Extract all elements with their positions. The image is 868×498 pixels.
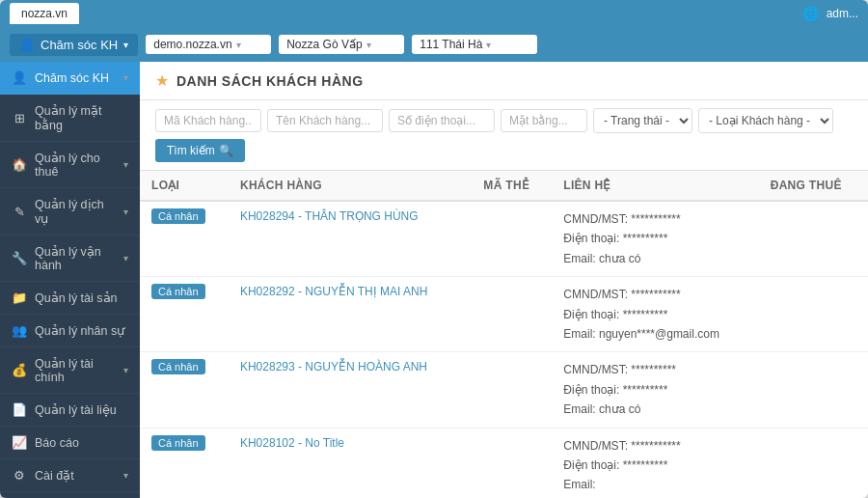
tai-san-icon: 📁 bbox=[12, 290, 27, 305]
cell-dang-thue bbox=[759, 352, 868, 428]
bao-cao-icon: 📈 bbox=[12, 435, 27, 450]
cell-ma-the bbox=[472, 277, 552, 352]
branch-arrow-icon: ▾ bbox=[366, 40, 371, 50]
sidebar-item-mat-bang[interactable]: ⊞ Quản lý mặt bằng bbox=[0, 95, 140, 142]
trang-thai-select[interactable]: - Trang thái - bbox=[593, 108, 692, 133]
customer-table: LOẠI KHÁCH HÀNG MÃ THẺ LIÊN HỆ ĐANG THUÊ… bbox=[140, 171, 868, 498]
star-icon: ★ bbox=[155, 71, 169, 90]
sidebar-arrow-icon: ▾ bbox=[123, 72, 128, 83]
tai-lieu-icon: 📄 bbox=[12, 402, 27, 417]
cell-dang-thue bbox=[759, 277, 868, 352]
dich-vu-icon: ✎ bbox=[12, 205, 27, 219]
cham-soc-icon: 👤 bbox=[12, 70, 27, 85]
cell-contact: CMND/MST: ********** Điện thoại: *******… bbox=[552, 352, 758, 428]
email-text: Email: chưa có bbox=[563, 249, 746, 268]
sidebar-item-tai-chinh[interactable]: 💰 Quản lý tài chính ▾ bbox=[0, 347, 140, 394]
sidebar-item-tai-lieu[interactable]: 📄 Quản lý tài liệu bbox=[0, 394, 140, 427]
sidebar-item-cai-dat[interactable]: ⚙ Cài đặt ▾ bbox=[0, 459, 140, 492]
sidebar: 👤 Chăm sóc KH ▾ ⊞ Quản lý mặt bằng 🏠 Quả… bbox=[0, 62, 140, 498]
cmnd-text: CMND/MST: ********** bbox=[563, 360, 746, 379]
col-lien-he: LIÊN HỆ bbox=[552, 171, 758, 201]
sdt-input[interactable] bbox=[389, 109, 495, 132]
location-arrow-icon: ▾ bbox=[486, 40, 491, 50]
ma-kh-input[interactable] bbox=[155, 109, 261, 132]
sidebar-item-tai-san[interactable]: 📁 Quản lý tài sản bbox=[0, 282, 140, 315]
table-row: Cá nhân KH028294 - THÂN TRỌNG HÙNG CMND/… bbox=[140, 201, 868, 277]
sidebar-item-he-thong[interactable]: ⚙ Hệ thống ▾ bbox=[0, 492, 140, 498]
cmnd-text: CMND/MST: *********** bbox=[563, 209, 746, 229]
van-hanh-icon: 🔧 bbox=[12, 251, 27, 265]
loai-kh-select[interactable]: - Loại Khách hàng - bbox=[698, 108, 833, 133]
van-hanh-arrow-icon: ▾ bbox=[123, 253, 128, 263]
mat-bang-input[interactable] bbox=[501, 109, 587, 132]
badge-ca-nhan: Cá nhân bbox=[151, 359, 205, 374]
sidebar-label-nhan-su: Quản lý nhân sự bbox=[35, 323, 128, 338]
search-button[interactable]: Tìm kiếm 🔍 bbox=[155, 139, 245, 162]
contact-info: CMND/MST: *********** Điện thoại: ******… bbox=[563, 209, 746, 268]
phone-text: Điện thoại: ********** bbox=[563, 305, 746, 324]
badge-ca-nhan: Cá nhân bbox=[151, 284, 205, 299]
table-row: Cá nhân KH028102 - No Title CMND/MST: **… bbox=[140, 428, 868, 498]
customer-link[interactable]: KH028293 - NGUYỄN HOÀNG ANH bbox=[240, 360, 427, 374]
customer-link[interactable]: KH028292 - NGUYỄN THỊ MAI ANH bbox=[240, 285, 428, 298]
sidebar-label-cham-soc-kh: Chăm sóc KH bbox=[35, 71, 116, 85]
col-khach-hang: KHÁCH HÀNG bbox=[229, 171, 472, 201]
active-module[interactable]: 👤 Chăm sóc KH ▾ bbox=[10, 34, 138, 56]
cell-name: KH028293 - NGUYỄN HOÀNG ANH bbox=[229, 352, 472, 428]
cell-contact: CMND/MST: *********** Điện thoại: ******… bbox=[552, 201, 758, 277]
badge-ca-nhan: Cá nhân bbox=[151, 435, 205, 451]
location-selector[interactable]: 111 Thái Hà ▾ bbox=[412, 35, 537, 54]
sidebar-label-cho-thue: Quản lý cho thuê bbox=[35, 151, 116, 179]
sidebar-item-van-hanh[interactable]: 🔧 Quản lý vận hành ▾ bbox=[0, 235, 140, 282]
tai-chinh-icon: 💰 bbox=[12, 363, 27, 377]
cell-name: KH028102 - No Title bbox=[229, 428, 472, 498]
table-row: Cá nhân KH028293 - NGUYỄN HOÀNG ANH CMND… bbox=[140, 352, 868, 428]
cho-thue-arrow-icon: ▾ bbox=[123, 159, 128, 170]
contact-info: CMND/MST: *********** Điện thoại: ******… bbox=[563, 436, 746, 495]
col-ma-the: MÃ THẺ bbox=[472, 171, 552, 201]
sidebar-label-van-hanh: Quản lý vận hành bbox=[35, 244, 116, 272]
cell-badge: Cá nhân bbox=[140, 201, 229, 277]
cmnd-text: CMND/MST: *********** bbox=[563, 436, 746, 456]
sidebar-item-dich-vu[interactable]: ✎ Quản lý dịch vụ ▾ bbox=[0, 188, 140, 235]
customer-link[interactable]: KH028102 - No Title bbox=[240, 436, 344, 450]
cai-dat-arrow-icon: ▾ bbox=[123, 470, 128, 481]
sidebar-item-cho-thue[interactable]: 🏠 Quản lý cho thuê ▾ bbox=[0, 142, 140, 188]
module-label: Chăm sóc KH bbox=[41, 38, 118, 52]
ten-kh-input[interactable] bbox=[267, 109, 383, 132]
sidebar-label-bao-cao: Báo cáo bbox=[35, 436, 128, 450]
location-label: 111 Thái Hà bbox=[420, 38, 482, 51]
cell-badge: Cá nhân bbox=[140, 428, 229, 498]
url-selector[interactable]: demo.nozza.vn ▾ bbox=[146, 35, 271, 54]
content-area: ★ DANH SÁCH KHÁCH HÀNG - Trang thái - - … bbox=[140, 62, 868, 498]
cell-contact: CMND/MST: *********** Điện thoại: ******… bbox=[552, 277, 758, 352]
browser-tab[interactable]: nozza.vn bbox=[10, 3, 79, 24]
contact-info: CMND/MST: *********** Điện thoại: ******… bbox=[563, 285, 746, 344]
cmnd-text: CMND/MST: *********** bbox=[563, 285, 746, 304]
search-icon: 🔍 bbox=[219, 144, 233, 157]
sidebar-label-cai-dat: Cài đặt bbox=[35, 468, 116, 483]
cell-name: KH028294 - THÂN TRỌNG HÙNG bbox=[229, 201, 472, 277]
headphone-icon: 👤 bbox=[19, 38, 35, 52]
email-text: Email: bbox=[563, 475, 746, 494]
mat-bang-icon: ⊞ bbox=[12, 111, 27, 125]
sidebar-label-dich-vu: Quản lý dịch vụ bbox=[35, 197, 116, 226]
cell-ma-the bbox=[472, 428, 552, 498]
main-layout: 👤 Chăm sóc KH ▾ ⊞ Quản lý mặt bằng 🏠 Quả… bbox=[0, 62, 868, 498]
cho-thue-icon: 🏠 bbox=[12, 157, 27, 172]
sidebar-item-bao-cao[interactable]: 📈 Báo cáo bbox=[0, 427, 140, 459]
url-label: demo.nozza.vn bbox=[153, 38, 231, 51]
col-dang-thue: ĐANG THUÊ bbox=[759, 171, 868, 201]
email-text: Email: chưa có bbox=[563, 400, 746, 419]
phone-text: Điện thoại: ********** bbox=[563, 456, 746, 475]
phone-text: Điện thoại: ********** bbox=[563, 229, 746, 248]
cai-dat-icon: ⚙ bbox=[12, 468, 27, 483]
badge-ca-nhan: Cá nhân bbox=[151, 208, 205, 224]
cell-dang-thue bbox=[759, 428, 868, 498]
customer-link[interactable]: KH028294 - THÂN TRỌNG HÙNG bbox=[240, 209, 419, 223]
sidebar-item-cham-soc-kh[interactable]: 👤 Chăm sóc KH ▾ bbox=[0, 62, 140, 95]
sidebar-label-tai-chinh: Quản lý tài chính bbox=[35, 356, 116, 384]
table-row: Cá nhân KH028292 - NGUYỄN THỊ MAI ANH CM… bbox=[140, 277, 868, 352]
sidebar-item-nhan-su[interactable]: 👥 Quản lý nhân sự bbox=[0, 315, 140, 347]
branch-selector[interactable]: Nozza Gò Vấp ▾ bbox=[279, 35, 404, 54]
